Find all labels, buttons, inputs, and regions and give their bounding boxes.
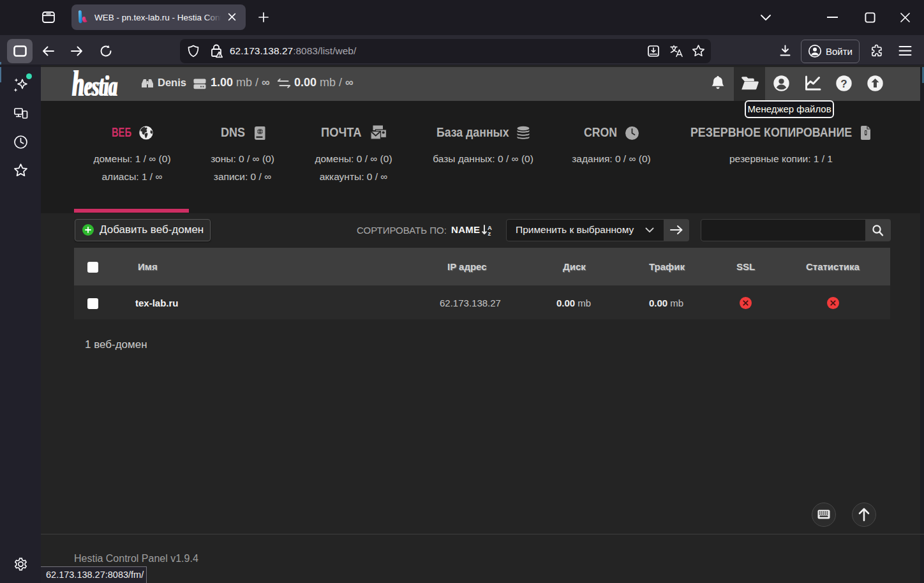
svg-text:?: ? bbox=[840, 78, 847, 90]
svg-text:z: z bbox=[488, 230, 491, 236]
